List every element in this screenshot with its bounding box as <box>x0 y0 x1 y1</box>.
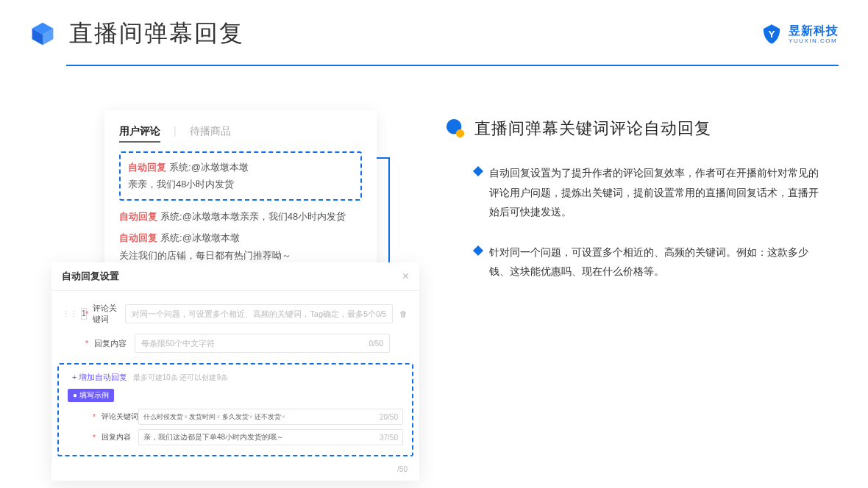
keyword-row: ⋮⋮ 1 * 评论关键词 对同一个问题，可设置多个相近、高频的关键词，Tag确定… <box>51 298 419 329</box>
bullet-text: 针对同一个问题，可设置多个相近的、高频的关键词。例如：这款多少钱、这块能优惠吗、… <box>489 243 828 281</box>
comment-item: 自动回复 系统: @冰墩墩本墩 关注我们的店铺，每日都有热门推荐呦～ <box>119 229 362 264</box>
tab-pending-goods[interactable]: 待播商品 <box>190 125 231 138</box>
auto-reply-settings-panel: 自动回复设置 × ⋮⋮ 1 * 评论关键词 对同一个问题，可设置多个相近、高频的… <box>51 262 419 481</box>
highlighted-comment: 自动回复 系统: @冰墩墩本墩 亲亲，我们48小时内发货 <box>119 151 362 201</box>
header-rule <box>66 65 839 66</box>
bubble-icon <box>445 118 466 139</box>
cube-icon <box>29 21 56 47</box>
example-badge: ● 填写示例 <box>68 389 114 402</box>
reply-label: 回复内容 <box>94 338 135 349</box>
header-left: 直播间弹幕回复 <box>29 18 244 50</box>
bullet-item: 自动回复设置为了提升作者的评论回复效率，作者可在开播前针对常见的评论用户问题，提… <box>445 163 828 222</box>
system-label: 系统: <box>169 159 191 176</box>
brand-block: Y 昱新科技 YUUXIN.COM <box>761 23 839 45</box>
example-reply-input[interactable]: 亲，我们这边都是下单48小时内发货的哦～ 37/50 <box>138 429 403 445</box>
brand-cn: 昱新科技 <box>789 24 839 37</box>
diamond-bullet-icon <box>473 245 483 256</box>
brand-icon: Y <box>761 23 783 45</box>
mention: @冰墩墩本墩 <box>191 159 249 176</box>
svg-text:Y: Y <box>768 29 775 40</box>
add-auto-reply-link[interactable]: + 增加自动回复 <box>72 373 127 381</box>
auto-reply-tag: 自动回复 <box>128 159 166 176</box>
bullet-item: 针对同一个问题，可设置多个相近的、高频的关键词。例如：这款多少钱、这块能优惠吗、… <box>445 243 828 281</box>
tab-user-comments[interactable]: 用户评论 <box>119 125 160 138</box>
settings-title: 自动回复设置 <box>62 270 119 283</box>
example-keyword-row: * 评论关键词 什么时候发货× 发货时间× 多久发货× 还不发货× 20/50 <box>63 406 408 427</box>
required-mark: * <box>85 309 90 318</box>
close-icon[interactable]: × <box>402 270 409 283</box>
brand-en: YUUXIN.COM <box>789 37 839 45</box>
example-reply-row: * 回复内容 亲，我们这边都是下单48小时内发货的哦～ 37/50 <box>63 427 408 448</box>
outer-counter: /50 <box>397 465 408 473</box>
keyword-label: 评论关键词 <box>93 303 125 325</box>
comment-msg: 亲亲，我们48小时内发货 <box>128 176 234 193</box>
reply-row: * 回复内容 每条限50个中文字符 0/50 <box>51 329 419 357</box>
example-keyword-input[interactable]: 什么时候发货× 发货时间× 多久发货× 还不发货× 20/50 <box>138 409 403 425</box>
delete-icon[interactable]: 🗑 <box>397 309 409 318</box>
diamond-bullet-icon <box>473 166 483 176</box>
example-section: + 增加自动回复 最多可建10条 还可以创建9条 ● 填写示例 * 评论关键词 … <box>57 363 413 456</box>
tab-divider: | <box>174 125 177 138</box>
keyword-input[interactable]: 对同一个问题，可设置多个相近、高频的关键词，Tag确定，最多5个 0/5 <box>125 304 393 323</box>
description-block: 直播间弹幕关键词评论自动回复 自动回复设置为了提升作者的评论回复效率，作者可在开… <box>445 118 828 302</box>
comments-panel: 用户评论 | 待播商品 自动回复 系统: @冰墩墩本墩 亲亲，我们48小时内发货… <box>104 110 377 277</box>
tabs: 用户评论 | 待播商品 <box>119 125 362 138</box>
page-title: 直播间弹幕回复 <box>69 18 244 50</box>
svg-point-5 <box>456 129 464 137</box>
reply-input[interactable]: 每条限50个中文字符 0/50 <box>135 334 390 353</box>
section-heading: 直播间弹幕关键词评论自动回复 <box>474 118 711 140</box>
comment-item: 自动回复 系统: @冰墩墩本墩 亲亲，我们48小时内发货 <box>128 159 353 193</box>
drag-handle-icon[interactable]: ⋮⋮ <box>62 309 78 319</box>
comment-item: 自动回复 系统: @冰墩墩本墩 亲亲，我们48小时内发货 <box>119 208 362 225</box>
add-sub-note: 最多可建10条 还可以创建9条 <box>133 373 228 381</box>
slide-header: 直播间弹幕回复 Y 昱新科技 YUUXIN.COM <box>0 0 868 50</box>
bullet-text: 自动回复设置为了提升作者的评论回复效率，作者可在开播前针对常见的评论用户问题，提… <box>489 163 828 222</box>
